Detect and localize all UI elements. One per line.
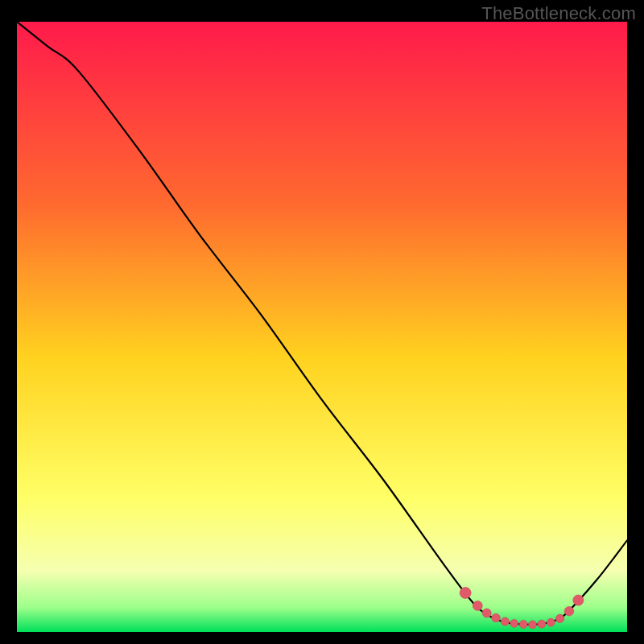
optimal-marker [519,621,527,629]
chart-container: TheBottleneck.com [0,0,644,644]
optimal-marker [510,619,518,627]
optimal-marker [547,618,555,626]
optimal-marker [501,617,509,625]
bottleneck-chart [17,22,627,632]
optimal-marker [564,606,574,616]
gradient-background [17,22,627,632]
optimal-marker [573,595,584,605]
plot-area [17,22,627,632]
optimal-marker [529,621,537,629]
optimal-marker [482,609,491,617]
optimal-marker [492,613,501,622]
optimal-marker [473,601,482,610]
optimal-marker [538,620,546,628]
optimal-marker [555,614,564,622]
optimal-marker [460,587,471,598]
